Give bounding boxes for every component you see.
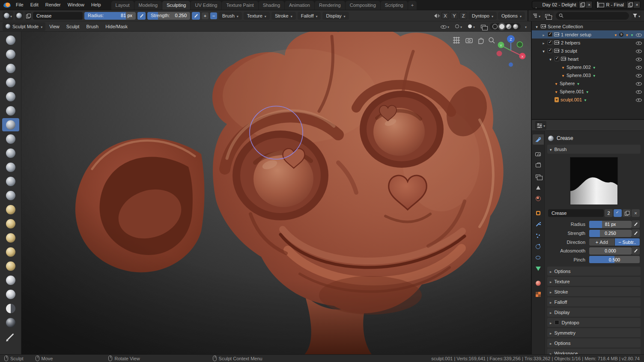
outliner-row-helpers[interactable]: 2 helpers	[532, 39, 644, 47]
options-dropdown[interactable]: Options	[498, 12, 525, 20]
tab-texture-paint[interactable]: Texture Paint	[222, 1, 258, 10]
texture-dropdown[interactable]: Texture	[244, 12, 270, 20]
brush-panel-header[interactable]: Brush	[547, 145, 641, 154]
collection-checkbox[interactable]	[555, 56, 559, 61]
mirror-z-toggle[interactable]: Z	[459, 12, 467, 19]
brush-grab-button[interactable]	[2, 203, 19, 216]
unlink-brush-button[interactable]	[632, 209, 640, 217]
gizmos-dropdown[interactable]	[453, 22, 464, 30]
hide-eye-toggle[interactable]	[635, 81, 641, 86]
workspace-panel-header[interactable]: Workspace	[547, 349, 641, 354]
direction-subtract-button[interactable]	[210, 12, 217, 19]
brush-thumb-button[interactable]	[2, 245, 19, 258]
falloff-panel-header[interactable]: Falloff	[547, 297, 641, 306]
outliner-row-sphere-002[interactable]: Sphere.002	[532, 63, 644, 71]
brush-rotate-button[interactable]	[2, 288, 19, 301]
tab-render[interactable]	[533, 149, 544, 159]
brush-name-field[interactable]: Crease	[548, 209, 604, 217]
display-panel-header[interactable]: Display	[547, 308, 641, 317]
hide-eye-toggle[interactable]	[635, 65, 641, 70]
shading-dropdown[interactable]	[523, 22, 528, 30]
collection-checkbox[interactable]	[548, 32, 552, 37]
outliner-search[interactable]	[556, 12, 629, 20]
fake-user-toggle[interactable]	[614, 209, 622, 217]
autosmooth-slider[interactable]: 0.000	[589, 247, 632, 255]
brush-inflate-button[interactable]	[2, 90, 19, 103]
tab-output[interactable]	[533, 160, 544, 170]
falloff-dropdown[interactable]: Falloff	[298, 12, 321, 20]
outliner-row-sphere[interactable]: Sphere	[532, 79, 644, 87]
brush-preview[interactable]	[547, 154, 641, 208]
shading-solid-button[interactable]	[499, 24, 504, 29]
tab-uv-editing[interactable]: UV Editing	[191, 1, 221, 10]
brush-name-field[interactable]: Crease	[33, 12, 83, 20]
hide-eye-toggle[interactable]	[635, 40, 641, 45]
stroke-dropdown[interactable]: Stroke	[271, 12, 296, 20]
add-workspace-button[interactable]: +	[408, 1, 417, 10]
brush-datablock-icon[interactable]	[15, 12, 23, 20]
options-panel-header[interactable]: Options	[547, 267, 641, 276]
outliner-row-sculpt[interactable]: 3 sculpt	[532, 47, 644, 55]
tab-rendering[interactable]: Rendering	[315, 1, 345, 10]
outliner-display-mode-dropdown[interactable]	[544, 12, 554, 20]
radius-slider[interactable]: 81 px	[589, 221, 632, 228]
outliner-editor-type-dropdown[interactable]	[531, 12, 542, 20]
brush-dropdown[interactable]: Brush	[219, 12, 242, 20]
radius-slider[interactable]: Radius: 81 px	[84, 12, 136, 20]
brush-draw-button[interactable]	[2, 33, 19, 47]
browse-brush-button[interactable]	[25, 12, 31, 20]
options2-panel-header[interactable]: Options	[547, 338, 641, 347]
display-dropdown[interactable]: Display	[322, 12, 349, 20]
tab-physics[interactable]	[533, 241, 544, 252]
direction-subtract-button[interactable]: Subtr..	[615, 238, 640, 246]
tab-compositing[interactable]: Compositing	[346, 1, 380, 10]
menu-sculpt[interactable]: Sculpt	[63, 24, 83, 29]
brush-scrape-button[interactable]	[2, 175, 19, 188]
tab-texture[interactable]	[533, 289, 544, 300]
menu-window[interactable]: Window	[64, 0, 88, 10]
dyntopo-checkbox[interactable]	[555, 320, 559, 325]
dyntopo-panel-header[interactable]: Dyntopo	[547, 318, 641, 327]
symmetry-panel-header[interactable]: Symmetry	[547, 328, 641, 337]
menu-brush[interactable]: Brush	[83, 24, 101, 29]
strength-slider[interactable]: Strength: 0.250	[147, 12, 190, 20]
hide-eye-toggle[interactable]	[635, 48, 641, 53]
brush-smooth-button[interactable]	[2, 132, 19, 145]
outliner-filter-dropdown[interactable]	[631, 12, 641, 20]
outliner-row-sphere-003[interactable]: Sphere.003	[532, 71, 644, 79]
active-tool-dropdown[interactable]	[3, 12, 13, 20]
tab-object[interactable]	[533, 208, 544, 218]
hide-eye-toggle[interactable]	[635, 32, 641, 37]
strength-pressure-toggle[interactable]	[192, 12, 200, 20]
viewport-canvas[interactable]: Z X Y	[0, 32, 531, 354]
visibility-dropdown[interactable]	[438, 22, 451, 30]
properties-editor-type-dropdown[interactable]	[535, 121, 546, 130]
brush-clay-strips-button[interactable]	[2, 62, 19, 75]
brush-fill-button[interactable]	[2, 160, 19, 174]
tab-particles[interactable]	[533, 230, 544, 240]
autosmooth-pressure-toggle[interactable]	[632, 247, 640, 255]
brush-mask-button[interactable]	[2, 316, 19, 329]
hide-eye-toggle[interactable]	[635, 97, 641, 102]
tab-world[interactable]	[533, 193, 544, 204]
outliner-row-scene-collection[interactable]: Scene Collection	[532, 22, 644, 30]
blender-logo-icon[interactable]	[3, 3, 11, 8]
outliner-search-input[interactable]	[565, 13, 626, 18]
shading-wireframe-button[interactable]	[492, 24, 498, 29]
brush-snake-hook-button[interactable]	[2, 231, 19, 244]
brush-flatten-button[interactable]	[2, 146, 19, 160]
menu-hide-mask[interactable]: Hide/Mask	[102, 24, 131, 29]
brush-pose-button[interactable]	[2, 259, 19, 273]
menu-render[interactable]: Render	[42, 0, 64, 10]
new-brush-button[interactable]	[623, 209, 631, 217]
menu-edit[interactable]: Edit	[27, 0, 42, 10]
radius-pressure-toggle[interactable]	[137, 12, 146, 20]
tab-object-data[interactable]	[533, 264, 544, 274]
pinch-slider[interactable]: 0.500	[589, 256, 640, 263]
brush-blob-button[interactable]	[2, 104, 19, 117]
tab-sculpting[interactable]: Sculpting	[162, 1, 190, 10]
delete-view-layer-button[interactable]	[633, 1, 640, 9]
sculpt-scene[interactable]: Z X Y	[0, 32, 531, 354]
brush-pinch-button[interactable]	[2, 189, 19, 202]
brush-layer-button[interactable]	[2, 76, 19, 89]
